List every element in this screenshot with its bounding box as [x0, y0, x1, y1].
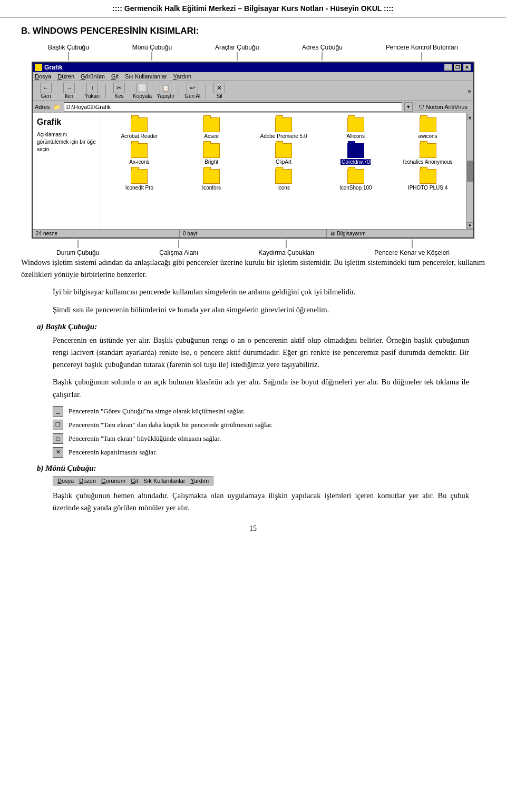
toolbar-separator-1: [105, 84, 106, 98]
list-item[interactable]: Ax-icons: [104, 142, 174, 166]
folder-icon: [275, 143, 292, 158]
toolbar-geri[interactable]: ← Geri: [35, 82, 57, 100]
scroll-down-button[interactable]: ▼: [467, 222, 473, 229]
label-pencere-kenar: Pencere Kenar ve Köşeleri: [374, 249, 450, 256]
restore-button[interactable]: ❐: [453, 64, 462, 71]
example-menu-git[interactable]: Git: [131, 478, 138, 484]
toolbar-geriai[interactable]: ↩ Geri Al: [181, 82, 203, 100]
titlebar: Grafik _ ❐ ✕: [33, 63, 473, 72]
restore-description: Pencerenin "Tam ekran" dan daha küçük bi…: [69, 421, 273, 429]
statusbar-pc: 🖥 Bilgisayarım: [327, 230, 473, 237]
folder-icon: [131, 117, 148, 132]
example-menu-sik[interactable]: Sık Kullanılanlar: [143, 478, 186, 484]
toolbar-separator-2: [179, 84, 179, 98]
scroll-up-button[interactable]: ▲: [467, 114, 473, 120]
paragraph-p2: İyi bir bilgisayar kullanıcısı pencerede…: [53, 286, 469, 298]
list-item[interactable]: IconShop 100: [320, 168, 391, 192]
folder-icon: [203, 143, 220, 158]
list-item[interactable]: Icohalics Anonymous: [393, 142, 463, 166]
vertical-scrollbar[interactable]: ▲ ▼: [466, 113, 473, 229]
list-item[interactable]: Bright: [177, 142, 247, 166]
folder-icon: [131, 143, 148, 158]
windows-diagram: Başlık Çubuğu Mönü Çubuğu Araçlar Çubuğu…: [26, 44, 480, 256]
label-araclar-cubugu: Araçlar Çubuğu: [215, 44, 259, 51]
list-item[interactable]: ClipArt: [249, 142, 319, 166]
section-title: B. WİNDOWS PENCERESİNİN KISIMLARI:: [21, 26, 485, 36]
menu-sik[interactable]: Sık Kullanılanlar: [125, 73, 167, 80]
section-a-p1: Pencerenin en üstünde yer alır. Başlık ç…: [53, 334, 469, 371]
example-menu-gorunum[interactable]: Görünüm: [101, 478, 125, 484]
maximize-icon-img: [53, 433, 63, 444]
close-button[interactable]: ✕: [463, 64, 471, 71]
example-menu-dosya[interactable]: Dosya: [57, 478, 74, 484]
folder-icon: [420, 169, 436, 184]
address-label: Adres: [35, 104, 50, 110]
folder-icon: [203, 117, 220, 132]
kes-icon: ✂: [113, 83, 125, 93]
page-number: 15: [249, 524, 257, 532]
header-text: :::: Germencik Halk Eğitimi Merkezi – Bi…: [112, 4, 393, 13]
list-item[interactable]: Acrobat Reader: [104, 116, 174, 140]
norton-icon: 🛡: [419, 104, 424, 110]
label-adres-cubugu: Adres Çubuğu: [302, 44, 343, 51]
list-item[interactable]: Adobe Premiere 5.0: [249, 116, 319, 140]
window-sidebar: Grafik Açıklamasını görüntülemek için bi…: [33, 113, 101, 229]
toolbar-sil[interactable]: ✕ Sil: [208, 82, 230, 100]
sidebar-title: Grafik: [37, 117, 96, 127]
restore-icon-img: [53, 420, 63, 430]
list-item[interactable]: Icons: [249, 168, 319, 192]
statusbar-count: 24 nesne: [33, 230, 180, 237]
files-grid: Acrobat Reader Acsee Adobe Premiere 5.0 …: [101, 113, 466, 229]
top-labels: Başlık Çubuğu Mönü Çubuğu Araçlar Çubuğu…: [26, 44, 480, 51]
list-item[interactable]: IPHOTO PLUS 4: [393, 168, 463, 192]
example-menu-duzen[interactable]: Düzen: [79, 478, 96, 484]
folder-icon: [131, 169, 148, 184]
titlebar-title: Grafik: [44, 64, 63, 71]
label-durum-cubugu: Durum Çubuğu: [56, 249, 99, 256]
close-description: Pencerenin kapatılmasını sağlar.: [69, 448, 157, 457]
sidebar-description: Açıklamasını görüntülemek için bir öğe s…: [37, 131, 96, 153]
label-menu-cubugu: Mönü Çubuğu: [132, 44, 172, 51]
menu-duzen[interactable]: Düzen: [57, 73, 74, 80]
list-item[interactable]: Allicons: [320, 116, 391, 140]
folder-icon: [347, 169, 364, 184]
menu-yardim[interactable]: Yardım: [173, 73, 191, 80]
sil-icon: ✕: [213, 83, 225, 93]
toolbar-kes[interactable]: ✂ Kes: [108, 82, 130, 100]
menu-dosya[interactable]: Dosya: [35, 73, 51, 80]
button-icon-row-restore: Pencerenin "Tam ekran" dan daha küçük bi…: [53, 420, 485, 430]
menu-git[interactable]: Git: [111, 73, 119, 80]
example-menu-yardim[interactable]: Yardım: [190, 478, 209, 484]
maximize-description: Pencerenin "Tam ekran" büyüklüğünde olma…: [69, 434, 221, 443]
folder-icon: [347, 117, 364, 132]
list-item[interactable]: awicons: [393, 116, 463, 140]
folder-icon: [275, 117, 292, 132]
toolbar-ileri[interactable]: → İleri: [58, 82, 80, 100]
paragraph-intro: Windows işletim sistemi adından da anlaş…: [21, 256, 485, 281]
button-icon-row-maximize: Pencerenin "Tam ekran" büyüklüğünde olma…: [53, 433, 485, 444]
norton-label: Norton AntiVirus: [426, 104, 468, 110]
statusbar-size: 0 bayt: [180, 230, 327, 237]
toolbar-yukari[interactable]: ↑ Yukarı: [81, 82, 103, 100]
toolbar-yapistir[interactable]: 📋 Yapıştır: [154, 82, 177, 100]
norton-button[interactable]: 🛡 Norton AntiVirus: [415, 103, 471, 111]
section-a-label: a) Başlık Çubuğu:: [37, 322, 485, 331]
list-item[interactable]: Iconedit Pro: [104, 168, 174, 192]
window-toolbar: ← Geri → İleri ↑ Yukarı ✂ Kes ⬜: [33, 81, 473, 101]
button-icon-row-minimize: Pencerenin "Görev Çubuğu"na simge olarak…: [53, 406, 485, 417]
menubar-example: Dosya Düzen Görünüm Git Sık Kullanılanla…: [53, 476, 213, 486]
list-item[interactable]: Coreldrw.70: [320, 142, 391, 166]
minimize-button[interactable]: _: [444, 64, 452, 71]
toolbar-more[interactable]: »: [468, 87, 471, 95]
section-b-p1: Başlık çubuğunun hemen altındadır. Çalış…: [53, 490, 469, 514]
ileri-icon: →: [63, 83, 75, 93]
address-input[interactable]: [64, 102, 402, 112]
toolbar-kopyala[interactable]: ⬜ Kopyala: [131, 82, 153, 100]
address-dropdown[interactable]: ▼: [404, 102, 413, 112]
windows-explorer-window: Grafik _ ❐ ✕ Dosya Düzen Görünüm Git Sık…: [32, 62, 474, 239]
list-item[interactable]: Iconfors: [177, 168, 247, 192]
list-item[interactable]: Acsee: [177, 116, 247, 140]
scroll-thumb[interactable]: [467, 161, 473, 182]
menu-gorunum[interactable]: Görünüm: [81, 73, 105, 80]
folder-icon: 📁: [53, 104, 61, 111]
